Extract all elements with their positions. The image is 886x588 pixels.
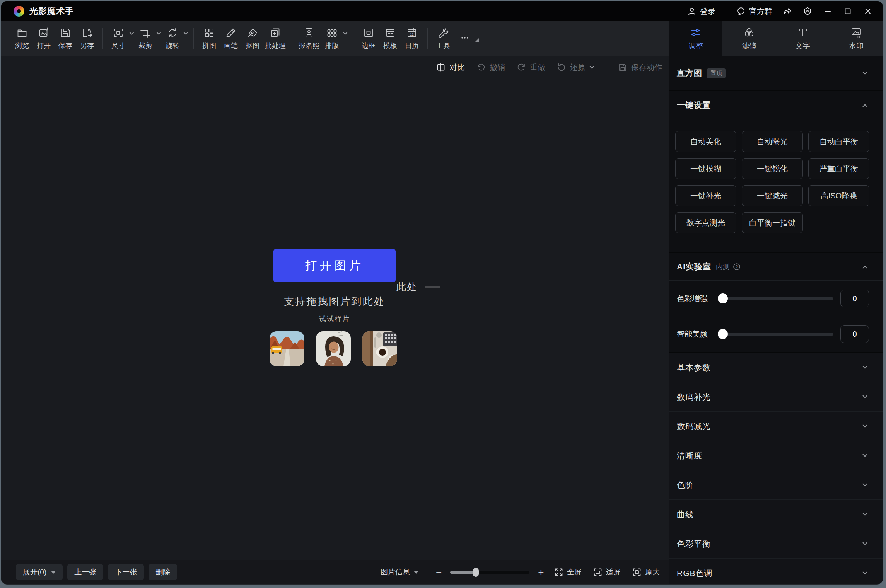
toolbar-label: 保存 <box>58 41 72 50</box>
save-action-button[interactable]: 保存动作 <box>618 62 662 73</box>
slider-thumb[interactable] <box>718 293 728 303</box>
sample-image-desk[interactable] <box>362 331 397 366</box>
one-click-blur-button[interactable]: 一键模糊 <box>675 158 736 179</box>
share-button[interactable] <box>782 6 792 16</box>
color-enhance-value[interactable]: 0 <box>840 290 869 307</box>
compare-label: 对比 <box>449 62 465 73</box>
chevron-up-icon[interactable] <box>862 104 867 107</box>
slider-thumb[interactable] <box>718 329 728 339</box>
one-click-sharpen-button[interactable]: 一键锐化 <box>742 158 803 179</box>
sample-image-canyon[interactable] <box>270 331 304 366</box>
toolbar-more[interactable] <box>455 33 475 44</box>
zoom-slider-thumb[interactable] <box>473 568 479 577</box>
chevron-down-icon[interactable] <box>862 454 867 457</box>
zoom-in-button[interactable]: + <box>538 566 544 578</box>
toolbar-tools[interactable]: 工具 <box>433 27 453 50</box>
toolbar-open[interactable]: 打开 <box>34 27 54 50</box>
chevron-down-icon[interactable] <box>862 571 867 575</box>
chevron-down-icon[interactable] <box>862 424 867 428</box>
section-levels[interactable]: 色阶 <box>669 470 883 499</box>
section-title: 色彩平衡 <box>677 539 711 549</box>
delete-image-button[interactable]: 删除 <box>149 564 177 580</box>
chevron-down-icon[interactable] <box>862 483 867 487</box>
chevron-down-icon[interactable] <box>862 395 867 399</box>
fit-screen-button[interactable]: 适屏 <box>593 567 621 577</box>
restore-button[interactable]: 还原 <box>557 62 594 73</box>
auto-beautify-button[interactable]: 自动美化 <box>675 131 736 152</box>
chevron-down-icon[interactable] <box>183 32 188 35</box>
chevron-up-icon[interactable] <box>862 265 867 269</box>
expand-filmstrip-button[interactable]: 展开(0) <box>16 564 63 580</box>
toolbar-cutout[interactable]: 抠图 <box>242 27 263 50</box>
toolbar-label: 日历 <box>405 41 419 50</box>
tab-text[interactable]: 文字 <box>776 21 830 56</box>
chevron-down-icon[interactable] <box>343 32 348 35</box>
help-icon[interactable]: ? <box>733 263 741 271</box>
chevron-down-icon[interactable] <box>862 366 867 369</box>
toolbar-layout[interactable]: 排版 <box>322 27 342 50</box>
toolbar-brush[interactable]: 画笔 <box>221 27 241 50</box>
digital-spot-metering-button[interactable]: 数字点测光 <box>675 212 736 233</box>
toolbar-save[interactable]: 保存 <box>55 27 75 50</box>
sample-image-portrait[interactable] <box>316 331 351 366</box>
section-curves[interactable]: 曲线 <box>669 499 883 529</box>
chevron-down-icon[interactable] <box>862 72 867 75</box>
section-digital-fill-light[interactable]: 数码补光 <box>669 382 883 411</box>
original-size-button[interactable]: 原大 <box>632 567 660 577</box>
one-click-section-header[interactable]: 一键设置 <box>669 91 883 119</box>
close-button[interactable] <box>863 6 873 16</box>
toolbar-batch[interactable]: 批处理 <box>264 27 287 50</box>
official-group-button[interactable]: 官方群 <box>736 6 772 17</box>
tab-filter[interactable]: 滤镜 <box>722 21 776 56</box>
toolbar-save-as[interactable]: 另存 <box>77 27 97 50</box>
undo-button[interactable]: 撤销 <box>476 62 505 73</box>
one-click-fill-light-button[interactable]: 一键补光 <box>675 185 736 206</box>
toolbar-browse[interactable]: 浏览 <box>12 27 32 50</box>
fullscreen-button[interactable]: 全屏 <box>554 567 582 577</box>
toolbar-collage[interactable]: 拼图 <box>199 27 219 50</box>
toolbar-resize[interactable]: 尺寸 <box>108 27 128 50</box>
minimize-button[interactable] <box>823 6 833 16</box>
ai-lab-section-header[interactable]: AI实验室 内测 ? <box>669 253 883 280</box>
color-enhance-slider[interactable] <box>718 293 833 303</box>
section-clarity[interactable]: 清晰度 <box>669 441 883 470</box>
toolbar-rotate[interactable]: 旋转 <box>162 27 183 50</box>
toolbar-border[interactable]: 边框 <box>358 27 379 50</box>
section-rgb-tone[interactable]: RGB色调 <box>669 558 883 584</box>
toolbar-id-photo[interactable]: 报名照 <box>298 27 320 50</box>
section-basic-params[interactable]: 基本参数 <box>669 353 883 382</box>
chevron-down-icon[interactable] <box>129 32 134 35</box>
previous-image-button[interactable]: 上一张 <box>67 564 103 580</box>
section-color-balance[interactable]: 色彩平衡 <box>669 529 883 558</box>
white-balance-one-key-button[interactable]: 白平衡一指键 <box>742 212 803 233</box>
auto-exposure-button[interactable]: 自动曝光 <box>742 131 803 152</box>
histogram-section-header[interactable]: 直方图 置顶 <box>669 56 883 90</box>
high-iso-denoise-button[interactable]: 高ISO降噪 <box>808 185 869 206</box>
smart-beauty-value[interactable]: 0 <box>840 325 869 343</box>
settings-button[interactable] <box>802 6 813 16</box>
section-digital-dim-light[interactable]: 数码减光 <box>669 411 883 441</box>
one-click-dim-light-button[interactable]: 一键减光 <box>742 185 803 206</box>
zoom-out-button[interactable]: − <box>436 566 442 578</box>
chevron-down-icon[interactable] <box>156 32 161 35</box>
login-button[interactable]: 登录 <box>687 6 715 17</box>
chevron-down-icon[interactable] <box>862 513 867 516</box>
toolbar-template[interactable]: 模板 <box>380 27 400 50</box>
tab-watermark[interactable]: 水印 <box>830 21 883 56</box>
next-image-button[interactable]: 下一张 <box>108 564 144 580</box>
open-image-button[interactable]: 打开图片 <box>273 249 396 282</box>
smart-beauty-slider[interactable] <box>718 329 833 339</box>
toolbar-calendar[interactable]: 12 日历 <box>402 27 422 50</box>
zoom-slider[interactable] <box>450 571 529 574</box>
chevron-down-icon[interactable] <box>862 542 867 545</box>
auto-white-balance-button[interactable]: 自动白平衡 <box>808 131 869 152</box>
image-info-toggle[interactable]: 图片信息 <box>381 567 418 577</box>
compare-button[interactable]: 对比 <box>436 62 465 73</box>
severe-white-balance-button[interactable]: 严重白平衡 <box>808 158 869 179</box>
tab-adjust[interactable]: 调整 <box>669 21 722 56</box>
toolbar-crop[interactable]: 裁剪 <box>135 27 155 50</box>
app-logo-icon <box>14 6 24 17</box>
redo-button[interactable]: 重做 <box>517 62 545 73</box>
chevron-down-icon[interactable] <box>589 66 594 69</box>
maximize-button[interactable] <box>843 6 853 16</box>
